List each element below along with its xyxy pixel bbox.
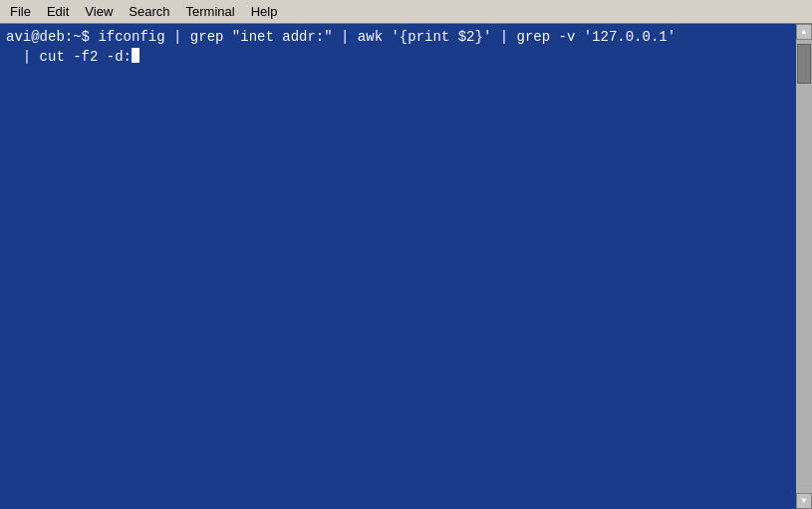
terminal-prompt: avi@deb:~$ [6, 28, 90, 48]
scrollbar-thumb[interactable] [797, 44, 811, 84]
menu-terminal[interactable]: Terminal [178, 0, 243, 23]
menu-search[interactable]: Search [121, 0, 177, 23]
terminal-command-2: | cut -f2 -d: [6, 48, 132, 68]
menu-view[interactable]: View [77, 0, 121, 23]
terminal-line-1: avi@deb:~$ ifconfig | grep "inet addr:" … [6, 28, 806, 48]
scrollbar[interactable]: ▲ ▼ [796, 24, 812, 509]
terminal-cursor [132, 48, 139, 63]
menu-edit[interactable]: Edit [39, 0, 77, 23]
scrollbar-arrow-down[interactable]: ▼ [796, 493, 812, 509]
menu-help[interactable]: Help [243, 0, 286, 23]
terminal-line-2: | cut -f2 -d: [6, 48, 806, 68]
terminal-area[interactable]: avi@deb:~$ ifconfig | grep "inet addr:" … [0, 24, 812, 509]
menu-file[interactable]: File [2, 0, 39, 23]
scrollbar-arrow-up[interactable]: ▲ [796, 24, 812, 40]
menubar: File Edit View Search Terminal Help [0, 0, 812, 24]
terminal-command-1: ifconfig | grep "inet addr:" | awk '{pri… [90, 28, 676, 48]
